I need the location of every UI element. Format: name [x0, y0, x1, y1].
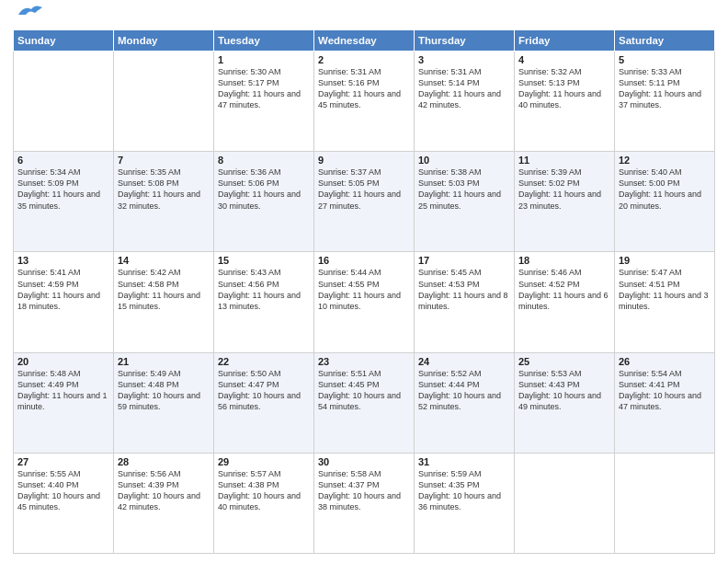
calendar-cell: 21Sunrise: 5:49 AMSunset: 4:48 PMDayligh…: [114, 352, 214, 453]
calendar-cell: [515, 453, 615, 553]
day-number: 5: [619, 54, 711, 65]
calendar-week-row: 6Sunrise: 5:34 AMSunset: 5:09 PMDaylight…: [14, 152, 715, 252]
calendar-week-row: 20Sunrise: 5:48 AMSunset: 4:49 PMDayligh…: [14, 352, 715, 453]
calendar-cell: 28Sunrise: 5:56 AMSunset: 4:39 PMDayligh…: [114, 453, 214, 553]
calendar-cell: 15Sunrise: 5:43 AMSunset: 4:56 PMDayligh…: [214, 252, 314, 352]
calendar-cell: [615, 453, 715, 553]
calendar-cell: 27Sunrise: 5:55 AMSunset: 4:40 PMDayligh…: [14, 453, 114, 553]
cell-info: Sunrise: 5:49 AMSunset: 4:48 PMDaylight:…: [118, 368, 210, 413]
page: SundayMondayTuesdayWednesdayThursdayFrid…: [0, 0, 728, 563]
cell-info: Sunrise: 5:41 AMSunset: 4:59 PMDaylight:…: [17, 267, 109, 312]
calendar-table: SundayMondayTuesdayWednesdayThursdayFrid…: [13, 29, 715, 554]
day-number: 13: [17, 255, 109, 266]
cell-info: Sunrise: 5:33 AMSunset: 5:11 PMDaylight:…: [619, 66, 711, 111]
cell-info: Sunrise: 5:55 AMSunset: 4:40 PMDaylight:…: [17, 468, 109, 513]
cell-info: Sunrise: 5:53 AMSunset: 4:43 PMDaylight:…: [518, 368, 610, 413]
day-number: 18: [518, 255, 610, 266]
day-number: 31: [418, 456, 510, 467]
day-number: 30: [318, 456, 410, 467]
day-number: 29: [218, 456, 310, 467]
cell-info: Sunrise: 5:57 AMSunset: 4:38 PMDaylight:…: [218, 468, 310, 513]
day-number: 6: [17, 155, 109, 166]
calendar-cell: 23Sunrise: 5:51 AMSunset: 4:45 PMDayligh…: [314, 352, 415, 453]
day-number: 16: [318, 255, 410, 266]
cell-info: Sunrise: 5:36 AMSunset: 5:06 PMDaylight:…: [218, 167, 310, 212]
cell-info: Sunrise: 5:31 AMSunset: 5:14 PMDaylight:…: [418, 66, 510, 111]
calendar-cell: 16Sunrise: 5:44 AMSunset: 4:55 PMDayligh…: [314, 252, 415, 352]
cell-info: Sunrise: 5:45 AMSunset: 4:53 PMDaylight:…: [418, 267, 510, 312]
calendar-cell: 13Sunrise: 5:41 AMSunset: 4:59 PMDayligh…: [14, 252, 114, 352]
cell-info: Sunrise: 5:34 AMSunset: 5:09 PMDaylight:…: [17, 167, 109, 212]
calendar-cell: 14Sunrise: 5:42 AMSunset: 4:58 PMDayligh…: [114, 252, 214, 352]
day-number: 3: [418, 54, 510, 65]
day-number: 4: [518, 54, 610, 65]
cell-info: Sunrise: 5:37 AMSunset: 5:05 PMDaylight:…: [318, 167, 410, 212]
cell-info: Sunrise: 5:50 AMSunset: 4:47 PMDaylight:…: [218, 368, 310, 413]
calendar-cell: 31Sunrise: 5:59 AMSunset: 4:35 PMDayligh…: [415, 453, 515, 553]
day-number: 9: [318, 155, 410, 166]
calendar-cell: 2Sunrise: 5:31 AMSunset: 5:16 PMDaylight…: [314, 52, 415, 152]
cell-info: Sunrise: 5:44 AMSunset: 4:55 PMDaylight:…: [318, 267, 410, 312]
day-number: 10: [418, 155, 510, 166]
calendar-cell: 20Sunrise: 5:48 AMSunset: 4:49 PMDayligh…: [14, 352, 114, 453]
calendar-cell: 18Sunrise: 5:46 AMSunset: 4:52 PMDayligh…: [515, 252, 615, 352]
cell-info: Sunrise: 5:32 AMSunset: 5:13 PMDaylight:…: [518, 66, 610, 111]
cell-info: Sunrise: 5:46 AMSunset: 4:52 PMDaylight:…: [518, 267, 610, 312]
cell-info: Sunrise: 5:43 AMSunset: 4:56 PMDaylight:…: [218, 267, 310, 312]
calendar-cell: 29Sunrise: 5:57 AMSunset: 4:38 PMDayligh…: [214, 453, 314, 553]
day-number: 1: [218, 54, 310, 65]
col-header-sunday: Sunday: [14, 30, 114, 52]
day-number: 26: [619, 356, 711, 367]
day-number: 20: [17, 356, 109, 367]
cell-info: Sunrise: 5:48 AMSunset: 4:49 PMDaylight:…: [17, 368, 109, 413]
day-number: 24: [418, 356, 510, 367]
cell-info: Sunrise: 5:51 AMSunset: 4:45 PMDaylight:…: [318, 368, 410, 413]
day-number: 15: [218, 255, 310, 266]
cell-info: Sunrise: 5:59 AMSunset: 4:35 PMDaylight:…: [418, 468, 510, 513]
calendar-cell: 24Sunrise: 5:52 AMSunset: 4:44 PMDayligh…: [415, 352, 515, 453]
day-number: 2: [318, 54, 410, 65]
col-header-tuesday: Tuesday: [214, 30, 314, 52]
calendar-cell: 7Sunrise: 5:35 AMSunset: 5:08 PMDaylight…: [114, 152, 214, 252]
day-number: 11: [518, 155, 610, 166]
calendar-cell: 5Sunrise: 5:33 AMSunset: 5:11 PMDaylight…: [615, 52, 715, 152]
col-header-saturday: Saturday: [615, 30, 715, 52]
calendar-cell: 9Sunrise: 5:37 AMSunset: 5:05 PMDaylight…: [314, 152, 415, 252]
calendar-cell: 11Sunrise: 5:39 AMSunset: 5:02 PMDayligh…: [515, 152, 615, 252]
day-number: 8: [218, 155, 310, 166]
calendar-cell: 1Sunrise: 5:30 AMSunset: 5:17 PMDaylight…: [214, 52, 314, 152]
cell-info: Sunrise: 5:47 AMSunset: 4:51 PMDaylight:…: [619, 267, 711, 312]
cell-info: Sunrise: 5:58 AMSunset: 4:37 PMDaylight:…: [318, 468, 410, 513]
cell-info: Sunrise: 5:35 AMSunset: 5:08 PMDaylight:…: [118, 167, 210, 212]
cell-info: Sunrise: 5:52 AMSunset: 4:44 PMDaylight:…: [418, 368, 510, 413]
day-number: 19: [619, 255, 711, 266]
col-header-monday: Monday: [114, 30, 214, 52]
calendar-cell: 25Sunrise: 5:53 AMSunset: 4:43 PMDayligh…: [515, 352, 615, 453]
day-number: 7: [118, 155, 210, 166]
col-header-thursday: Thursday: [415, 30, 515, 52]
calendar-cell: [114, 52, 214, 152]
calendar-cell: 8Sunrise: 5:36 AMSunset: 5:06 PMDaylight…: [214, 152, 314, 252]
day-number: 25: [518, 356, 610, 367]
cell-info: Sunrise: 5:31 AMSunset: 5:16 PMDaylight:…: [318, 66, 410, 111]
cell-info: Sunrise: 5:40 AMSunset: 5:00 PMDaylight:…: [619, 167, 711, 212]
calendar-cell: [14, 52, 114, 152]
logo: [13, 9, 44, 22]
calendar-cell: 12Sunrise: 5:40 AMSunset: 5:00 PMDayligh…: [615, 152, 715, 252]
day-number: 12: [619, 155, 711, 166]
cell-info: Sunrise: 5:38 AMSunset: 5:03 PMDaylight:…: [418, 167, 510, 212]
cell-info: Sunrise: 5:56 AMSunset: 4:39 PMDaylight:…: [118, 468, 210, 513]
calendar-header-row: SundayMondayTuesdayWednesdayThursdayFrid…: [14, 30, 715, 52]
calendar-week-row: 27Sunrise: 5:55 AMSunset: 4:40 PMDayligh…: [14, 453, 715, 553]
day-number: 22: [218, 356, 310, 367]
calendar-cell: 19Sunrise: 5:47 AMSunset: 4:51 PMDayligh…: [615, 252, 715, 352]
day-number: 23: [318, 356, 410, 367]
calendar-cell: 6Sunrise: 5:34 AMSunset: 5:09 PMDaylight…: [14, 152, 114, 252]
day-number: 14: [118, 255, 210, 266]
calendar-cell: 4Sunrise: 5:32 AMSunset: 5:13 PMDaylight…: [515, 52, 615, 152]
col-header-wednesday: Wednesday: [314, 30, 415, 52]
calendar-week-row: 1Sunrise: 5:30 AMSunset: 5:17 PMDaylight…: [14, 52, 715, 152]
col-header-friday: Friday: [515, 30, 615, 52]
cell-info: Sunrise: 5:30 AMSunset: 5:17 PMDaylight:…: [218, 66, 310, 111]
calendar-cell: 10Sunrise: 5:38 AMSunset: 5:03 PMDayligh…: [415, 152, 515, 252]
